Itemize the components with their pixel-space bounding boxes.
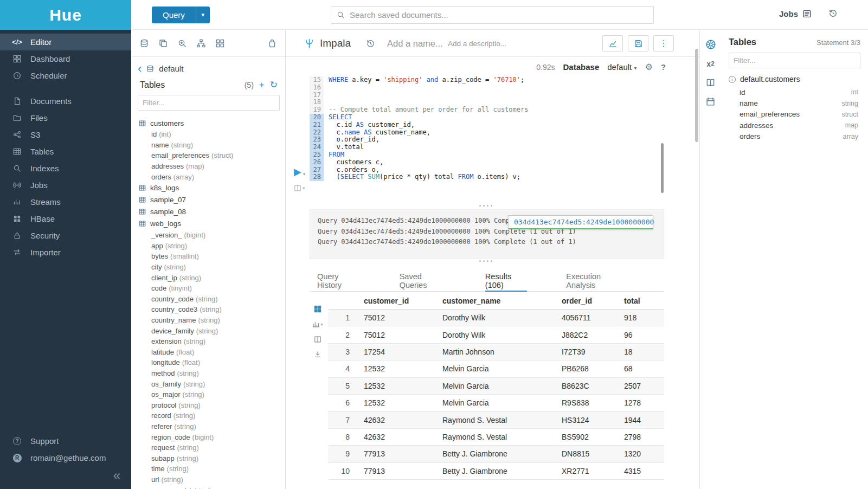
column-item[interactable]: method(string) — [139, 368, 285, 379]
column-item[interactable]: city(string) — [139, 262, 285, 273]
active-table-row[interactable]: i default.customers — [729, 75, 860, 83]
code-line[interactable]: 21 c.id AS customer_id, — [310, 121, 661, 129]
copy-icon[interactable] — [159, 39, 168, 48]
sidebar-item-indexes[interactable]: Indexes — [0, 160, 131, 177]
database-select[interactable]: default ▾ — [607, 62, 636, 72]
code-line[interactable]: 24 v.total — [310, 144, 661, 151]
sidebar-item-support[interactable]: ? Support — [0, 433, 131, 449]
sidebar-item-jobs[interactable]: Jobs — [0, 177, 131, 194]
column-item[interactable]: subapp(string) — [139, 453, 285, 464]
execute-button[interactable]: ▶ — [294, 167, 301, 177]
jobs-button[interactable]: Jobs — [779, 9, 812, 18]
query-id-popover[interactable]: 034d413ec7474ed5:4249de1000000000 — [508, 215, 653, 229]
column-item[interactable]: longitude(float) — [139, 357, 285, 368]
grid-icon[interactable] — [216, 39, 224, 48]
results-col-customer-name[interactable]: customer_name — [438, 297, 557, 305]
sidebar-collapse-button[interactable]: « — [0, 466, 131, 485]
bag-icon[interactable] — [268, 39, 277, 48]
save-button[interactable] — [628, 35, 648, 52]
right-panel-column-orders[interactable]: ordersarray — [729, 131, 860, 142]
column-item[interactable]: latitude(float) — [139, 347, 285, 358]
column-item[interactable]: bytes(smallint) — [139, 251, 285, 262]
add-table-icon[interactable]: + — [259, 81, 265, 89]
sidebar-item-scheduler[interactable]: Scheduler — [0, 67, 131, 84]
log-resize-handle-bottom[interactable] — [310, 260, 661, 262]
column-item[interactable]: region_code(bigint) — [139, 432, 285, 442]
zoom-in-icon[interactable] — [178, 39, 187, 48]
superscript-icon[interactable]: x2 — [706, 60, 714, 68]
sidebar-item-tables[interactable]: Tables — [0, 143, 131, 160]
results-col-order-id[interactable]: order_id — [557, 297, 620, 305]
column-item[interactable]: id(int) — [139, 129, 285, 140]
right-panel-column-addresses[interactable]: addressesmap — [729, 120, 860, 131]
column-item[interactable]: code(tinyint) — [139, 283, 285, 294]
code-line[interactable]: 22 c.name AS customer_name, — [310, 129, 661, 137]
table-filter-input[interactable] — [138, 95, 280, 111]
table-row[interactable]: 317254Martin JohnsonI72T3918 — [328, 344, 664, 361]
code-line[interactable]: 19-- Compute total amount per order for … — [310, 106, 661, 114]
column-item[interactable]: country_code(string) — [139, 294, 285, 305]
search-input[interactable] — [350, 10, 648, 20]
more-actions-button[interactable]: ⋮ — [653, 35, 674, 52]
editor-history-icon[interactable] — [366, 39, 375, 48]
tab-saved-queries[interactable]: Saved Queries — [400, 271, 446, 292]
docs-icon[interactable] — [706, 78, 715, 87]
column-item[interactable]: extension(string) — [139, 336, 285, 347]
query-description-input[interactable] — [448, 40, 516, 48]
query-dropdown-caret[interactable]: ▾ — [196, 7, 210, 23]
column-item[interactable]: request(string) — [139, 442, 285, 453]
chart-view-icon[interactable]: ▾ — [312, 320, 323, 328]
table-row[interactable]: 742632Raymond S. VestalHS31241944 — [328, 411, 664, 428]
right-filter-input[interactable] — [729, 53, 860, 68]
column-item[interactable]: record(string) — [139, 410, 285, 421]
help-icon[interactable]: ? — [661, 62, 666, 72]
query-name-input[interactable] — [387, 38, 448, 49]
table-item-web-logs[interactable]: web_logs — [139, 218, 285, 230]
code-line[interactable]: 16 — [310, 84, 661, 92]
table-row[interactable]: 412532Melvin GarciaPB626868 — [328, 361, 664, 377]
code-line[interactable]: 27 c.orders o, — [310, 166, 661, 174]
column-item[interactable]: referer(string) — [139, 421, 285, 432]
column-item[interactable]: name(string) — [139, 140, 285, 151]
table-row[interactable]: 175012Dorothy Wilk4056711918 — [328, 310, 664, 326]
code-line[interactable]: 23 o.order_id, — [310, 136, 661, 144]
column-item[interactable]: country_name(string) — [139, 315, 285, 326]
right-panel-column-id[interactable]: idint — [729, 87, 860, 98]
editor-scrollbar[interactable] — [661, 143, 664, 193]
code-line[interactable]: 17 — [310, 92, 661, 99]
table-item-sample-08[interactable]: sample_08 — [139, 206, 285, 218]
column-item[interactable]: country_code3(string) — [139, 304, 285, 315]
column-item[interactable]: protocol(string) — [139, 400, 285, 410]
columns-view-icon[interactable] — [314, 336, 322, 343]
chart-button[interactable] — [602, 35, 623, 52]
new-query-button[interactable]: Query ▾ — [152, 7, 210, 23]
column-item[interactable]: url(string) — [139, 474, 285, 485]
table-row[interactable]: 275012Dorothy WilkJ882C296 — [328, 326, 664, 343]
back-chevron-icon[interactable]: ‹ — [138, 65, 142, 73]
download-icon[interactable] — [314, 351, 322, 358]
tab-execution-analysis[interactable]: Execution Analysis — [566, 271, 625, 292]
code-line[interactable]: 15WHERE a.key = 'shipping' and a.zip_cod… — [310, 76, 661, 84]
sidebar-item-streams[interactable]: Streams — [0, 194, 131, 210]
table-item-k8s-logs[interactable]: k8s_logs — [139, 182, 285, 194]
sidebar-item-security[interactable]: Security — [0, 227, 131, 244]
code-line[interactable]: 26 customers c, — [310, 159, 661, 166]
database-icon[interactable] — [140, 39, 149, 48]
column-item[interactable]: _version_(bigint) — [139, 230, 285, 241]
column-item[interactable]: addresses(map) — [139, 161, 285, 172]
code-line[interactable]: 20SELECT — [310, 114, 661, 121]
table-item-customers[interactable]: customers — [139, 117, 285, 129]
query-history-icon[interactable] — [828, 9, 838, 18]
column-item[interactable]: device_family(string) — [139, 325, 285, 336]
sidebar-item-hbase[interactable]: HBase — [0, 210, 131, 227]
sidebar-item-editor[interactable]: </>Editor — [0, 34, 131, 50]
right-panel-column-name[interactable]: namestring — [729, 98, 860, 108]
sidebar-item-s3[interactable]: S3 — [0, 126, 131, 143]
tab-results-106[interactable]: Results (106) — [485, 271, 528, 292]
table-row[interactable]: 612532Melvin GarciaR9S8381278 — [328, 395, 664, 411]
right-panel-column-email-preferences[interactable]: email_preferencesstruct — [729, 109, 860, 120]
results-col-total[interactable]: total — [620, 297, 664, 305]
table-row[interactable]: 1077913Betty J. GiambroneXR27714315 — [328, 463, 664, 480]
column-item[interactable]: client_ip(string) — [139, 272, 285, 283]
table-item-sample-07[interactable]: sample_07 — [139, 194, 285, 206]
